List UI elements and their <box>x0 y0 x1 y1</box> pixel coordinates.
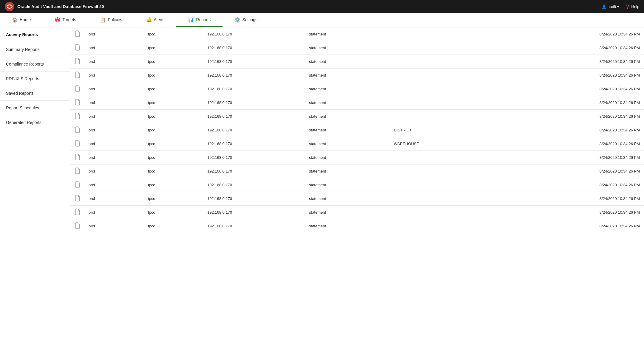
nav-reports[interactable]: 📊 Reports <box>176 13 223 27</box>
cell-user: tpcc <box>144 41 203 55</box>
nav-targets[interactable]: 🎯 Targets <box>43 13 88 27</box>
cell-timestamp: 8/24/2020 10:34:26 PM <box>491 151 644 164</box>
table-row[interactable]: orcltpcc192.168.0.170statement8/24/2020 … <box>70 178 644 192</box>
cell-user: tpcc <box>144 123 203 137</box>
nav-settings[interactable]: ⚙️ Settings <box>223 13 269 27</box>
nav-policies-label: Policies <box>108 17 122 22</box>
cell-target: orcl <box>84 96 144 110</box>
doc-icon <box>75 143 80 148</box>
sidebar-item-generated-reports[interactable]: Generated Reports <box>0 115 70 130</box>
cell-timestamp: 8/24/2020 10:34:26 PM <box>491 27 644 41</box>
doc-icon <box>75 198 80 202</box>
cell-type: statement <box>305 55 390 69</box>
cell-target: orcl <box>84 206 144 219</box>
nav-alerts-label: Alerts <box>154 17 165 22</box>
cell-ip: 192.168.0.170 <box>203 219 305 233</box>
doc-icon <box>75 102 80 106</box>
sidebar-compliance-reports-label: Compliance Reports <box>6 62 44 66</box>
cell-ip: 192.168.0.170 <box>203 27 305 41</box>
cell-type: statement <box>305 27 390 41</box>
cell-user: tpcc <box>144 55 203 69</box>
cell-type: statement <box>305 41 390 55</box>
table-row[interactable]: orcltpcc192.168.0.170statement8/24/2020 … <box>70 219 644 233</box>
dropdown-arrow: ▾ <box>617 4 619 9</box>
table-row[interactable]: orcltpcc192.168.0.170statement8/24/2020 … <box>70 27 644 41</box>
user-menu[interactable]: 👤 audit ▾ <box>602 4 619 9</box>
cell-type: statement <box>305 192 390 206</box>
cell-ip: 192.168.0.170 <box>203 82 305 96</box>
sidebar-pdf-xls-reports-label: PDF/XLS Reports <box>6 76 39 81</box>
cell-target: orcl <box>84 123 144 137</box>
table-row[interactable]: orcltpcc192.168.0.170statementWAREHOUSE8… <box>70 137 644 151</box>
policies-icon: 📋 <box>100 17 106 23</box>
sidebar-activity-reports-label: Activity Reports <box>6 32 38 37</box>
top-bar-left: Oracle Audit Vault and Database Firewall… <box>5 2 104 11</box>
table-row[interactable]: orcltpcc192.168.0.170statement8/24/2020 … <box>70 151 644 164</box>
doc-icon <box>75 129 80 134</box>
sidebar-item-activity-reports[interactable]: Activity Reports <box>0 27 70 42</box>
doc-icon <box>75 170 80 175</box>
cell-extra <box>390 192 491 206</box>
cell-extra <box>390 164 491 178</box>
cell-timestamp: 8/24/2020 10:34:26 PM <box>491 164 644 178</box>
cell-timestamp: 8/24/2020 10:34:26 PM <box>491 192 644 206</box>
help-label: Help <box>631 4 639 9</box>
layout: Activity Reports Summary Reports Complia… <box>0 27 644 343</box>
nav-home[interactable]: 🏠 Home <box>0 13 43 27</box>
cell-timestamp: 8/24/2020 10:34:26 PM <box>491 110 644 123</box>
sidebar-saved-reports-label: Saved Reports <box>6 91 34 96</box>
cell-timestamp: 8/24/2020 10:34:26 PM <box>491 55 644 69</box>
cell-target: orcl <box>84 178 144 192</box>
alerts-icon: 🔔 <box>146 17 152 23</box>
cell-user: tpcc <box>144 164 203 178</box>
cell-type: statement <box>305 96 390 110</box>
cell-target: orcl <box>84 55 144 69</box>
cell-type: statement <box>305 206 390 219</box>
cell-timestamp: 8/24/2020 10:34:26 PM <box>491 206 644 219</box>
table-row[interactable]: orcltpcc192.168.0.170statement8/24/2020 … <box>70 96 644 110</box>
cell-target: orcl <box>84 69 144 82</box>
cell-extra <box>390 55 491 69</box>
cell-timestamp: 8/24/2020 10:34:26 PM <box>491 82 644 96</box>
table-row[interactable]: orcltpcc192.168.0.170statement8/24/2020 … <box>70 206 644 219</box>
sidebar-item-report-schedules[interactable]: Report Schedules <box>0 101 70 115</box>
cell-ip: 192.168.0.170 <box>203 123 305 137</box>
top-bar-right: 👤 audit ▾ ❓ Help <box>602 4 639 9</box>
cell-type: statement <box>305 219 390 233</box>
cell-extra <box>390 82 491 96</box>
cell-type: statement <box>305 82 390 96</box>
sidebar-item-summary-reports[interactable]: Summary Reports <box>0 42 70 57</box>
settings-icon: ⚙️ <box>234 17 240 23</box>
table-row[interactable]: orcltpcc192.168.0.170statement8/24/2020 … <box>70 55 644 69</box>
cell-target: orcl <box>84 192 144 206</box>
sidebar-report-schedules-label: Report Schedules <box>6 105 39 110</box>
nav-policies[interactable]: 📋 Policies <box>88 13 134 27</box>
table-row[interactable]: orcltpcc192.168.0.170statement8/24/2020 … <box>70 82 644 96</box>
table-row[interactable]: orcltpcc192.168.0.170statement8/24/2020 … <box>70 69 644 82</box>
cell-target: orcl <box>84 151 144 164</box>
help-button[interactable]: ❓ Help <box>625 4 639 9</box>
doc-icon <box>75 88 80 93</box>
cell-extra <box>390 69 491 82</box>
table-row[interactable]: orcltpcc192.168.0.170statement8/24/2020 … <box>70 110 644 123</box>
doc-icon <box>75 33 80 38</box>
doc-icon <box>75 225 80 230</box>
cell-target: orcl <box>84 219 144 233</box>
cell-ip: 192.168.0.170 <box>203 151 305 164</box>
doc-icon <box>75 184 80 189</box>
table-row[interactable]: orcltpcc192.168.0.170statementDISTRICT8/… <box>70 123 644 137</box>
nav-alerts[interactable]: 🔔 Alerts <box>134 13 177 27</box>
main-content: orcltpcc192.168.0.170statement8/24/2020 … <box>70 27 644 343</box>
cell-extra <box>390 206 491 219</box>
table-row[interactable]: orcltpcc192.168.0.170statement8/24/2020 … <box>70 41 644 55</box>
sidebar-item-saved-reports[interactable]: Saved Reports <box>0 86 70 101</box>
cell-extra <box>390 110 491 123</box>
cell-user: tpcc <box>144 151 203 164</box>
sidebar-item-pdf-xls-reports[interactable]: PDF/XLS Reports <box>0 72 70 86</box>
sidebar-item-compliance-reports[interactable]: Compliance Reports <box>0 57 70 72</box>
cell-target: orcl <box>84 27 144 41</box>
table-row[interactable]: orcltpcc192.168.0.170statement8/24/2020 … <box>70 164 644 178</box>
cell-extra <box>390 27 491 41</box>
table-row[interactable]: orcltpcc192.168.0.170statement8/24/2020 … <box>70 192 644 206</box>
top-bar: Oracle Audit Vault and Database Firewall… <box>0 0 644 13</box>
